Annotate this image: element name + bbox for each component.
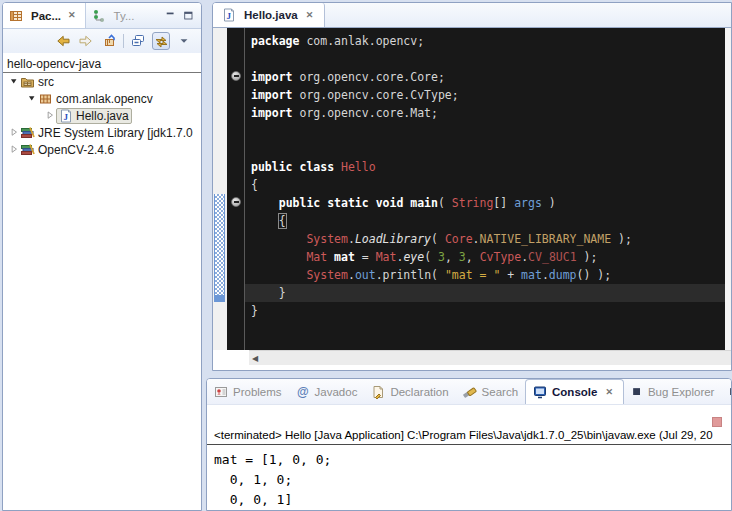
console-view: Problems@JavadocDeclarationSearchConsole… [206, 378, 732, 511]
code-line-8[interactable]: public class Hello [245, 158, 725, 176]
console-description: <terminated> Hello [Java Application] C:… [207, 429, 731, 445]
svg-text:J: J [64, 111, 69, 121]
code-line-6[interactable] [245, 122, 725, 140]
scroll-left-icon[interactable]: ◀ [249, 354, 258, 363]
tab-label: Declaration [390, 386, 448, 398]
tab-package-explorer-label: Pac... [31, 10, 61, 22]
tree-item-jre[interactable]: JRE System Library [jdk1.7.0 [3, 124, 201, 141]
folding-gutter [227, 28, 245, 350]
code-editor[interactable]: package com.anlak.opencv;import org.open… [245, 28, 725, 350]
close-icon[interactable]: ✕ [303, 9, 317, 22]
close-icon[interactable]: ✕ [65, 9, 79, 22]
tree-item-com[interactable]: com.anlak.opencv [3, 90, 201, 107]
package-explorer-toolbar [3, 29, 201, 53]
editor-tab-hello-java[interactable]: J Hello.java ✕ [213, 3, 325, 27]
tab-label: Search [482, 386, 518, 398]
console-output: mat = [1, 0, 0; 0, 1, 0; 0, 0, 1] [207, 445, 731, 510]
tab-problems[interactable]: Problems [207, 379, 289, 404]
declaration-icon [371, 385, 385, 399]
expanded-arrow-icon[interactable] [9, 76, 20, 87]
horizontal-scrollbar[interactable]: ◀ [249, 350, 731, 365]
editor-tab-bar: J Hello.java ✕ [213, 3, 731, 28]
annotation-ruler [213, 28, 227, 350]
tab-type-hierarchy[interactable]: Ty... [86, 3, 141, 28]
fold-collapse-icon[interactable] [231, 197, 241, 207]
expanded-arrow-icon[interactable] [27, 93, 38, 104]
code-line-10[interactable]: public static void main( String[] args ) [245, 194, 725, 212]
tab-label: Javadoc [315, 386, 358, 398]
link-with-editor-icon[interactable] [152, 32, 170, 50]
tab-label: Bug Explorer [648, 386, 714, 398]
code-line-7[interactable] [245, 140, 725, 158]
code-line-14[interactable]: System.out.println( "mat = " + mat.dump(… [245, 266, 725, 284]
console-output-line: 0, 1, 0; [214, 470, 731, 490]
code-line-1[interactable]: package com.anlak.opencv; [245, 32, 725, 50]
problems-icon [214, 385, 228, 399]
tree-item-src[interactable]: src [3, 73, 201, 90]
code-line-16[interactable]: } [245, 302, 725, 320]
overview-ruler [725, 28, 731, 350]
maximize-icon[interactable] [183, 10, 195, 21]
console-output-line: 0, 0, 1] [214, 490, 731, 510]
code-line-12[interactable]: System.LoadLibrary( Core.NATIVE_LIBRARY_… [245, 230, 725, 248]
java-file-icon: J [58, 109, 73, 123]
tab-type-hierarchy-label: Ty... [114, 10, 135, 22]
tab-bug-explorer[interactable]: Bug Explorer [624, 379, 721, 404]
bug-icon [631, 386, 643, 398]
package-explorer-icon [9, 9, 24, 23]
code-line-13[interactable]: Mat mat = Mat.eye( 3, 3, CvType.CV_8UC1 … [245, 248, 725, 266]
code-line-4[interactable]: import org.opencv.core.CvType; [245, 86, 725, 104]
minimize-icon[interactable] [165, 10, 177, 21]
tree-item-label: com.anlak.opencv [56, 92, 153, 106]
package-icon [38, 92, 53, 106]
library-icon [20, 126, 35, 140]
java-file-icon: J [221, 8, 236, 22]
package-explorer-tab-bar: Pac... ✕ Ty... [3, 3, 201, 29]
library-icon [20, 143, 35, 157]
code-line-15[interactable]: } [245, 284, 725, 302]
tab-label: Problems [233, 386, 282, 398]
tab-javadoc[interactable]: @Javadoc [289, 379, 365, 404]
toolbar-separator [123, 34, 124, 48]
project-root[interactable]: hello-opencv-java [3, 56, 201, 73]
view-menu-icon[interactable] [175, 32, 193, 50]
tree-item-hello[interactable]: JHello.java [3, 107, 201, 124]
editor-area: J Hello.java ✕ package com.anlak.opencv;… [212, 2, 732, 371]
bottom-tab-bar: Problems@JavadocDeclarationSearchConsole… [207, 379, 731, 405]
console-output-line: mat = [1, 0, 0; [214, 450, 731, 470]
tree-item-label: JRE System Library [jdk1.7.0 [38, 126, 193, 140]
forward-icon[interactable] [77, 32, 95, 50]
code-line-11[interactable]: { [245, 212, 725, 230]
tree-item-label: src [38, 75, 54, 89]
tab-label: Console [552, 386, 597, 398]
back-icon[interactable] [54, 32, 72, 50]
package-explorer-view: Pac... ✕ Ty... hello-opencv-java srccom.… [2, 2, 202, 511]
code-line-5[interactable]: import org.opencv.core.Mat; [245, 104, 725, 122]
tab-package-explorer[interactable]: Pac... ✕ [3, 3, 86, 28]
method-range-indicator [214, 194, 225, 302]
tab-bug[interactable]: Bug [721, 379, 731, 404]
code-line-9[interactable]: { [245, 176, 725, 194]
editor-tab-label: Hello.java [244, 9, 298, 21]
bug-icon [728, 386, 731, 398]
svg-text:J: J [227, 11, 232, 21]
src-folder-icon [20, 75, 35, 89]
terminate-icon[interactable] [712, 417, 722, 427]
search-icon [463, 385, 477, 399]
close-icon[interactable]: ✕ [602, 386, 616, 399]
collapsed-arrow-icon[interactable] [9, 144, 20, 155]
collapsed-arrow-icon[interactable] [9, 127, 20, 138]
javadoc-icon: @ [296, 385, 310, 399]
package-explorer-tree: hello-opencv-java srccom.anlak.opencvJHe… [3, 53, 201, 158]
tree-item-opencv-2[interactable]: OpenCV-2.4.6 [3, 141, 201, 158]
collapse-all-icon[interactable] [129, 32, 147, 50]
svg-text:@: @ [297, 385, 309, 399]
collapsed-arrow-icon[interactable] [45, 110, 56, 121]
tab-declaration[interactable]: Declaration [364, 379, 455, 404]
tab-console[interactable]: Console✕ [525, 379, 624, 404]
fold-collapse-icon[interactable] [231, 71, 241, 81]
tab-search[interactable]: Search [456, 379, 525, 404]
up-icon[interactable] [100, 32, 118, 50]
code-line-2[interactable] [245, 50, 725, 68]
code-line-3[interactable]: import org.opencv.core.Core; [245, 68, 725, 86]
